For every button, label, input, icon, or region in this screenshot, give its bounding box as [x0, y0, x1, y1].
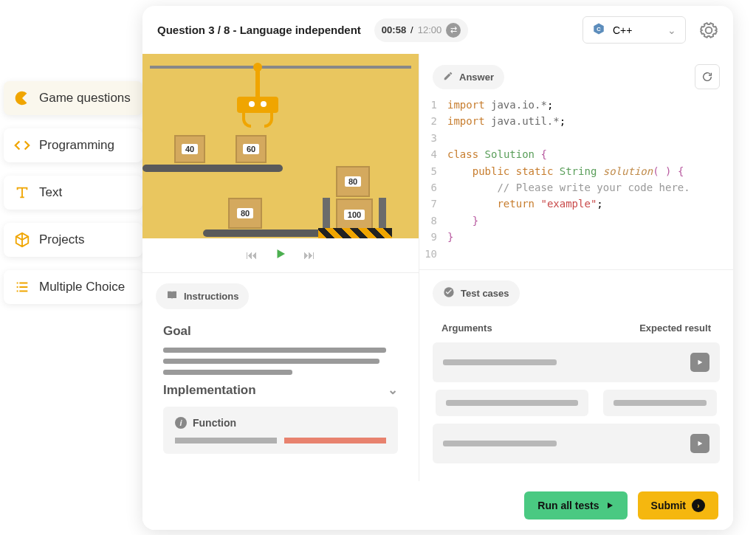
answer-tab[interactable]: Answer — [433, 65, 504, 89]
sidebar-item-multiple-choice[interactable]: Multiple Choice — [4, 270, 142, 304]
sidebar-item-label: Programming — [39, 138, 114, 153]
code-icon — [14, 137, 30, 153]
placeholder-bar — [614, 400, 707, 406]
col-expected: Expected result — [639, 322, 711, 334]
sidebar-item-programming[interactable]: Programming — [4, 128, 142, 162]
sidebar: Game questions Programming Text Projects… — [4, 81, 142, 317]
testcases-tab[interactable]: Test cases — [433, 280, 520, 306]
check-circle-icon — [443, 286, 455, 300]
footer: Run all tests Submit › — [142, 481, 733, 530]
implementation-heading[interactable]: Implementation ⌄ — [163, 382, 398, 398]
skip-forward-button[interactable]: ⏭ — [303, 249, 315, 262]
testcase-row — [433, 390, 720, 424]
function-label: Function — [193, 417, 236, 429]
testcase-row — [433, 342, 720, 382]
content: 40 60 80 80 100 ⏮ ⏭ — [142, 54, 733, 481]
sidebar-item-label: Multiple Choice — [39, 280, 125, 294]
left-panel: 40 60 80 80 100 ⏮ ⏭ — [142, 54, 419, 481]
play-button[interactable] — [274, 247, 287, 263]
pacman-icon — [14, 90, 30, 106]
svg-text:C: C — [597, 26, 601, 32]
pencil-icon — [443, 71, 453, 83]
submit-button[interactable]: Submit › — [638, 491, 718, 520]
sidebar-item-label: Text — [39, 185, 62, 200]
chevron-down-icon: ⌄ — [388, 382, 398, 398]
placeholder-bar — [284, 438, 386, 443]
language-select[interactable]: C C++ ⌄ — [583, 16, 686, 44]
sidebar-item-label: Projects — [39, 232, 84, 247]
topbar: Question 3 / 8 - Language independent 00… — [142, 6, 733, 54]
testcases-label: Test cases — [461, 288, 509, 299]
col-arguments: Arguments — [441, 322, 492, 334]
reset-button[interactable] — [695, 64, 720, 89]
timer-elapsed: 00:58 — [382, 24, 406, 35]
swap-icon[interactable]: ⇄ — [446, 23, 461, 38]
placeholder-bar — [175, 438, 277, 443]
list-icon — [14, 279, 30, 295]
placeholder-bar — [446, 400, 578, 406]
box: 40 — [174, 135, 205, 163]
goal-heading: Goal — [163, 324, 398, 339]
run-test-button[interactable] — [690, 434, 709, 453]
timer-total: 12:00 — [418, 24, 442, 35]
crane — [237, 66, 278, 128]
language-label: C++ — [613, 24, 660, 36]
question-title: Question 3 / 8 - Language independent — [157, 24, 361, 36]
right-panel: Answer 1import java.io.*; 2import java.u… — [419, 54, 733, 481]
instructions-label: Instructions — [184, 291, 238, 302]
chevron-down-icon: ⌄ — [667, 24, 676, 36]
chevron-right-icon: › — [692, 499, 705, 512]
timer-sep: / — [410, 24, 413, 35]
cube-icon — [14, 232, 30, 248]
testcases-body: Arguments Expected result — [419, 314, 733, 478]
cpp-icon: C — [592, 22, 605, 38]
placeholder-line — [163, 370, 292, 375]
run-all-tests-button[interactable]: Run all tests — [524, 491, 627, 520]
placeholder-line — [163, 359, 379, 364]
implementation-card: i Function — [163, 407, 398, 454]
sidebar-item-label: Game questions — [39, 91, 131, 106]
placeholder-line — [163, 348, 386, 353]
settings-button[interactable] — [699, 21, 718, 40]
code-editor[interactable]: 1import java.io.*; 2import java.util.*; … — [419, 95, 733, 269]
text-icon — [14, 184, 30, 201]
instructions-tab[interactable]: Instructions — [156, 283, 249, 309]
box: 80 — [336, 166, 370, 197]
answer-label: Answer — [459, 72, 494, 83]
main-window: Question 3 / 8 - Language independent 00… — [142, 6, 733, 530]
box: 80 — [228, 198, 262, 229]
info-icon: i — [175, 417, 187, 429]
instructions-body: Goal Implementation ⌄ i Function — [142, 317, 419, 481]
testcase-row — [433, 424, 720, 463]
sidebar-item-game-questions[interactable]: Game questions — [4, 81, 142, 115]
box: 60 — [236, 135, 267, 163]
run-test-button[interactable] — [690, 353, 709, 372]
book-icon — [166, 289, 178, 303]
game-canvas: 40 60 80 80 100 — [142, 54, 419, 238]
skip-back-button[interactable]: ⏮ — [246, 249, 258, 262]
sidebar-item-text[interactable]: Text — [4, 176, 142, 210]
playback: ⏮ ⏭ — [142, 238, 419, 273]
placeholder-bar — [443, 441, 557, 446]
box: 100 — [336, 199, 373, 231]
timer: 00:58 / 12:00 ⇄ — [374, 18, 468, 42]
placeholder-bar — [443, 359, 557, 365]
sidebar-item-projects[interactable]: Projects — [4, 223, 142, 257]
